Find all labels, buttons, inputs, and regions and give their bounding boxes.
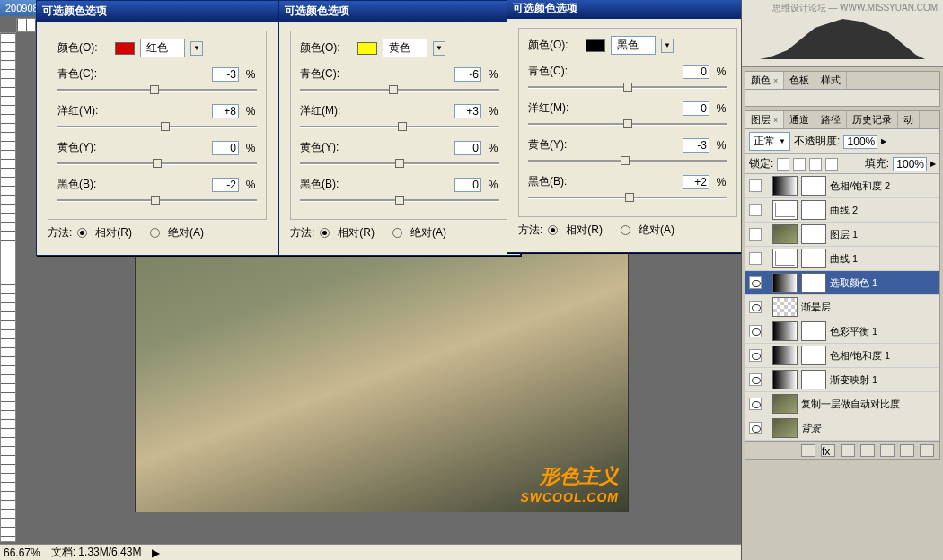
dropdown-icon[interactable]: ▼ [661,39,674,53]
layer-thumb[interactable] [772,297,798,317]
layer-row[interactable]: 渐晕层 [745,295,939,319]
tab-样式[interactable]: 样式 [815,72,847,89]
zoom-level[interactable]: 66.67% [4,547,40,559]
slider-value-k[interactable]: +2 [683,175,709,189]
slider-value-m[interactable]: +3 [454,104,481,118]
layer-thumb[interactable] [772,200,798,220]
layer-mask-thumb[interactable] [801,224,826,244]
tab-图层[interactable]: 图层× [745,111,784,128]
layer-mask-icon[interactable] [841,444,855,457]
delete-layer-icon[interactable] [920,444,934,457]
visibility-toggle[interactable] [749,398,762,410]
visibility-toggle[interactable] [749,301,762,313]
radio-relative[interactable] [77,228,87,238]
tab-路径[interactable]: 路径 [815,111,847,128]
layer-mask-thumb[interactable] [801,200,826,220]
layer-name[interactable]: 曲线 2 [830,204,858,217]
slider-c[interactable] [300,85,499,94]
visibility-toggle[interactable] [749,179,762,192]
slider-value-y[interactable]: 0 [454,141,481,155]
new-layer-icon[interactable] [900,444,914,457]
layer-thumb[interactable] [772,370,798,389]
layer-name[interactable]: 图层 1 [830,228,858,241]
slider-value-c[interactable]: 0 [683,65,709,79]
layer-name[interactable]: 渐变映射 1 [830,373,877,387]
blend-mode-select[interactable]: 正常▼ [749,132,790,151]
radio-relative[interactable] [548,225,558,235]
layer-thumb[interactable] [772,418,798,438]
tab-历史记录[interactable]: 历史记录 [847,111,898,128]
layer-row[interactable]: 背景 [745,416,939,441]
layer-fx-icon[interactable]: fx [821,444,835,457]
layer-thumb[interactable] [772,321,798,341]
tab-通道[interactable]: 通道 [784,111,815,128]
layer-row[interactable]: 选取颜色 1 [745,271,939,295]
slider-y[interactable] [300,159,499,168]
layer-thumb[interactable] [772,273,798,293]
visibility-toggle[interactable] [749,373,762,386]
slider-y[interactable] [528,156,727,165]
layer-row[interactable]: 曲线 2 [745,198,939,223]
layer-row[interactable]: 色相/饱和度 1 [745,344,939,368]
layer-name[interactable]: 色相/饱和度 1 [830,349,890,363]
dropdown-icon[interactable]: ▼ [433,41,445,56]
layer-mask-thumb[interactable] [801,370,826,389]
slider-m[interactable] [528,119,727,128]
tab-动[interactable]: 动 [898,111,920,128]
dropdown-icon[interactable]: ▼ [190,41,203,56]
slider-value-c[interactable]: -6 [454,67,481,82]
layer-mask-thumb[interactable] [801,176,826,196]
layer-name[interactable]: 色彩平衡 1 [830,325,877,338]
visibility-toggle[interactable] [749,204,762,216]
color-select[interactable]: 黄色 [383,39,427,57]
slider-value-k[interactable]: 0 [454,178,481,192]
slider-c[interactable] [57,85,257,94]
slider-value-k[interactable]: -2 [212,178,239,192]
slider-k[interactable] [57,196,257,205]
radio-absolute[interactable] [150,228,160,238]
layer-mask-thumb[interactable] [801,273,826,293]
visibility-toggle[interactable] [749,276,762,289]
layer-group-icon[interactable] [880,444,895,457]
slider-y[interactable] [57,159,257,168]
layer-mask-thumb[interactable] [801,321,826,341]
layer-name[interactable]: 渐晕层 [801,301,831,314]
slider-c[interactable] [528,83,727,92]
layer-thumb[interactable] [772,346,798,365]
slider-value-c[interactable]: -3 [212,67,239,82]
visibility-toggle[interactable] [749,252,762,265]
slider-value-y[interactable]: -3 [683,138,709,153]
lock-position-icon[interactable] [809,158,822,171]
slider-value-y[interactable]: 0 [212,141,239,155]
lock-pixels-icon[interactable] [793,158,806,171]
layer-thumb[interactable] [772,249,798,268]
layer-row[interactable]: 色彩平衡 1 [745,319,939,344]
color-select[interactable]: 红色 [140,39,185,57]
layer-name[interactable]: 曲线 1 [830,252,858,266]
link-layers-icon[interactable] [801,444,815,457]
layer-name[interactable]: 背景 [801,422,821,435]
layer-row[interactable]: 图层 1 [745,223,939,247]
color-select[interactable]: 黑色 [611,36,656,55]
radio-absolute[interactable] [392,228,402,238]
layer-row[interactable]: 复制一层做自动对比度 [745,392,939,416]
slider-k[interactable] [528,193,727,202]
layer-name[interactable]: 复制一层做自动对比度 [801,398,900,411]
visibility-toggle[interactable] [749,325,762,337]
layer-row[interactable]: 色相/饱和度 2 [745,174,939,198]
layer-row[interactable]: 曲线 1 [745,247,939,271]
adjustment-layer-icon[interactable] [860,444,875,457]
layer-mask-thumb[interactable] [801,249,826,268]
visibility-toggle[interactable] [749,349,762,362]
lock-transparency-icon[interactable] [777,158,789,171]
tab-颜色[interactable]: 颜色× [745,72,784,89]
layer-thumb[interactable] [772,394,798,414]
layer-mask-thumb[interactable] [801,346,826,365]
layer-name[interactable]: 色相/饱和度 2 [830,179,890,193]
opacity-input[interactable]: 100% [843,135,877,149]
radio-absolute[interactable] [621,225,630,235]
visibility-toggle[interactable] [749,228,762,241]
layer-row[interactable]: 渐变映射 1 [745,368,939,392]
layer-thumb[interactable] [772,176,798,196]
fill-input[interactable]: 100% [893,157,927,171]
